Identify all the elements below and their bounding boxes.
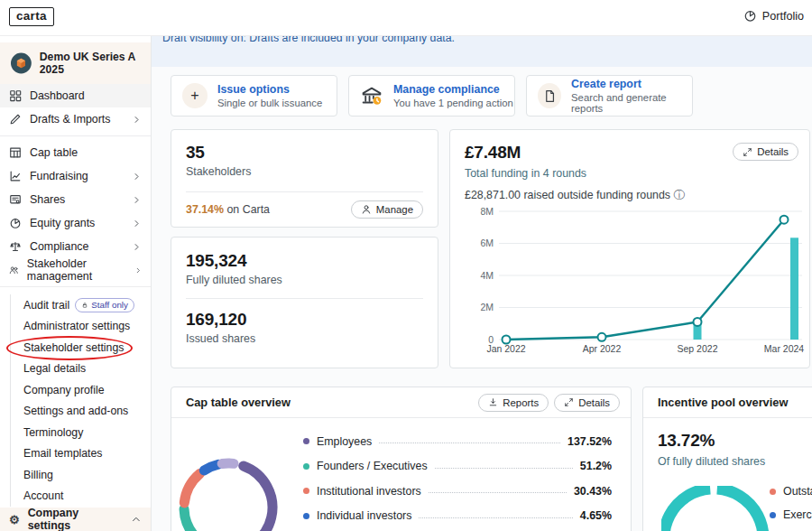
sidebar-item-label: Terminology: [23, 426, 83, 439]
document-icon: [538, 83, 561, 108]
people-icon: [9, 264, 19, 276]
legend-label: Founders / Executives: [317, 460, 428, 472]
legend-dot: [303, 463, 309, 470]
plus-icon: +: [182, 83, 208, 108]
sidebar-item-drafts-imports[interactable]: Drafts & Imports: [0, 107, 151, 131]
manage-button[interactable]: Manage: [351, 200, 423, 219]
sidebar-item-label: Dashboard: [30, 89, 85, 102]
sidebar-item-settings-and-add-ons[interactable]: Settings and add-ons: [23, 401, 151, 423]
legend-dot: [303, 513, 309, 519]
sidebar-item-cap-table[interactable]: Cap table: [0, 141, 151, 164]
sidebar-item-administrator-settings[interactable]: Administrator settings: [23, 316, 151, 338]
svg-text:Mar 2024: Mar 2024: [764, 343, 805, 354]
pie-icon: [9, 217, 22, 229]
sidebar-item-company-profile[interactable]: Company profile: [23, 379, 151, 401]
chevron-up-icon: [131, 514, 142, 525]
action-subtitle: You have 1 pending action: [393, 98, 513, 108]
pencil-icon: [9, 113, 22, 126]
legend-value: 30.43%: [574, 485, 612, 498]
sidebar-item-fundraising[interactable]: Fundraising: [0, 164, 151, 188]
sidebar-item-label: Equity grants: [30, 217, 95, 229]
sidebar-item-label: Stakeholder management: [27, 257, 126, 283]
sidebar-item-compliance[interactable]: Compliance: [0, 235, 151, 258]
expand-icon: [564, 397, 574, 407]
svg-text:2M: 2M: [480, 302, 494, 312]
issue-options-card[interactable]: + Issue options Single or bulk issuance: [171, 75, 337, 116]
action-title: Create report: [571, 78, 692, 90]
details-button[interactable]: Details: [554, 394, 620, 412]
divider: [186, 298, 423, 299]
action-subtitle: Single or bulk issuance: [217, 98, 322, 108]
issued-count: 169,120: [186, 310, 423, 330]
incentive-donut-chart: [661, 486, 773, 531]
sidebar-item-label: Email templates: [23, 447, 102, 460]
sidebar-nav: DashboardDrafts & ImportsCap tableFundra…: [0, 84, 151, 282]
bank-clock-icon: [360, 84, 383, 107]
legend-dot: [303, 488, 309, 494]
certificate-icon: [9, 193, 22, 206]
sidebar-item-dashboard[interactable]: Dashboard: [0, 84, 151, 107]
company-settings-sublist: Audit trailStaff onlyAdministrator setti…: [10, 294, 151, 507]
sidebar-item-terminology[interactable]: Terminology: [23, 422, 151, 443]
legend-leader: [435, 468, 573, 469]
chevron-right-icon: [132, 115, 142, 125]
legend-value: 137.52%: [567, 435, 612, 448]
legend-label: Exerci: [783, 508, 812, 521]
legend-dot: [303, 438, 309, 444]
info-icon[interactable]: ⓘ: [673, 189, 684, 201]
reports-button[interactable]: Reports: [478, 394, 549, 412]
banner-text: Draft visibility on: Drafts are included…: [162, 36, 812, 44]
staff-only-badge: Staff only: [75, 298, 134, 312]
incentive-title: Incentive pool overview: [658, 396, 788, 409]
sidebar-item-label: Account: [23, 489, 63, 502]
sidebar-item-stakeholder-management[interactable]: Stakeholder management: [0, 258, 151, 282]
sidebar-item-audit-trail[interactable]: Audit trailStaff only: [23, 294, 151, 316]
legend-leader: [419, 517, 572, 518]
incentive-legend: OutstaExerci: [770, 485, 812, 531]
svg-text:4M: 4M: [480, 270, 494, 281]
sidebar-item-account[interactable]: Account: [23, 486, 151, 508]
legend-row: Institutional investors30.43%: [303, 479, 612, 504]
fully-diluted-count: 195,324: [186, 251, 423, 271]
svg-text:Jan 2022: Jan 2022: [486, 343, 525, 354]
outside-funding-note: £28,871.00 raised outside funding rounds…: [465, 188, 795, 203]
sidebar-item-email-templates[interactable]: Email templates: [23, 443, 151, 465]
sidebar-item-label: Legal details: [23, 362, 86, 375]
company-name: Demo UK Series A 2025: [40, 51, 140, 76]
sidebar: Demo UK Series A 2025 DashboardDrafts & …: [0, 36, 152, 531]
svg-text:8M: 8M: [480, 206, 494, 217]
sidebar-item-label: Administrator settings: [23, 320, 130, 332]
shares-card: 195,324 Fully diluted shares 169,120 Iss…: [171, 237, 438, 368]
cap-table-legend: Employees137.52%Founders / Executives51.…: [303, 429, 612, 528]
table-icon: [9, 146, 22, 159]
legend-row: Outsta: [770, 485, 812, 498]
cap-table-donut-chart: [179, 433, 278, 531]
company-avatar: [11, 51, 32, 76]
carta-logo[interactable]: carta: [9, 7, 54, 26]
create-report-card[interactable]: Create report Search and generate report…: [526, 75, 693, 116]
sidebar-item-equity-grants[interactable]: Equity grants: [0, 211, 151, 235]
details-button[interactable]: Details: [733, 143, 798, 161]
company-selector[interactable]: Demo UK Series A 2025: [0, 42, 151, 84]
legend-value: 51.2%: [580, 460, 612, 472]
sidebar-item-label: Company settings: [28, 507, 124, 531]
chevron-right-icon: [132, 219, 142, 228]
chevron-right-icon: [134, 266, 143, 275]
legend-label: Institutional investors: [317, 485, 421, 498]
sidebar-item-stakeholder-settings[interactable]: Stakeholder settings: [23, 337, 151, 359]
stakeholders-count: 35: [186, 143, 423, 163]
cap-table-title: Cap table overview: [186, 396, 291, 409]
sidebar-divider: [0, 135, 151, 136]
manage-compliance-card[interactable]: Manage compliance You have 1 pending act…: [348, 75, 515, 116]
sidebar-item-label: Audit trail: [23, 299, 69, 312]
portfolio-link[interactable]: Portfolio: [743, 9, 804, 23]
sidebar-item-company-settings[interactable]: ⚙ Company settings: [0, 508, 151, 531]
legend-leader: [429, 492, 567, 493]
sidebar-item-shares[interactable]: Shares: [0, 188, 151, 211]
sidebar-item-billing[interactable]: Billing: [23, 464, 151, 486]
legend-dot: [770, 512, 776, 518]
sidebar-item-legal-details[interactable]: Legal details: [23, 359, 151, 380]
legend-label: Employees: [317, 435, 372, 448]
chart-icon: [9, 170, 22, 182]
legend-row: Individual investors4.65%: [303, 504, 612, 529]
